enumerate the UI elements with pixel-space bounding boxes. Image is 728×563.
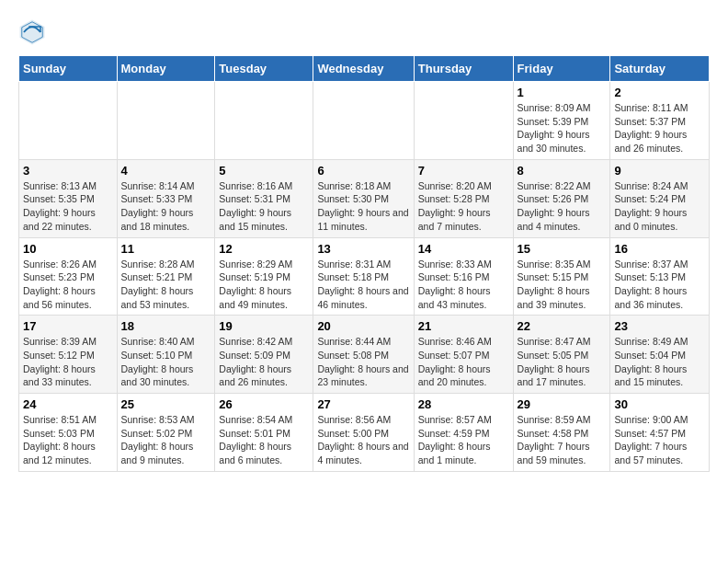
day-cell: 6Sunrise: 8:18 AM Sunset: 5:30 PM Daylig…: [313, 159, 414, 237]
day-detail: Sunrise: 8:51 AM Sunset: 5:03 PM Dayligh…: [23, 413, 113, 467]
day-cell: 7Sunrise: 8:20 AM Sunset: 5:28 PM Daylig…: [414, 159, 513, 237]
day-detail: Sunrise: 8:26 AM Sunset: 5:23 PM Dayligh…: [23, 258, 113, 312]
day-cell: 25Sunrise: 8:53 AM Sunset: 5:02 PM Dayli…: [117, 394, 215, 472]
day-detail: Sunrise: 8:49 AM Sunset: 5:04 PM Dayligh…: [614, 335, 705, 389]
logo: [18, 18, 50, 46]
day-detail: Sunrise: 8:47 AM Sunset: 5:05 PM Dayligh…: [518, 335, 607, 389]
day-detail: Sunrise: 8:33 AM Sunset: 5:16 PM Dayligh…: [418, 258, 509, 312]
day-number: 8: [518, 164, 607, 178]
day-number: 13: [317, 242, 409, 256]
day-cell: 29Sunrise: 8:59 AM Sunset: 4:58 PM Dayli…: [513, 394, 610, 472]
day-cell: 13Sunrise: 8:31 AM Sunset: 5:18 PM Dayli…: [313, 237, 414, 316]
week-row-0: 1Sunrise: 8:09 AM Sunset: 5:39 PM Daylig…: [19, 82, 710, 160]
day-number: 17: [23, 319, 113, 333]
day-cell: 12Sunrise: 8:29 AM Sunset: 5:19 PM Dayli…: [215, 237, 313, 316]
day-number: 20: [317, 319, 409, 333]
day-cell: 17Sunrise: 8:39 AM Sunset: 5:12 PM Dayli…: [19, 316, 118, 394]
day-cell: 30Sunrise: 9:00 AM Sunset: 4:57 PM Dayli…: [610, 394, 710, 472]
day-detail: Sunrise: 8:13 AM Sunset: 5:35 PM Dayligh…: [23, 179, 113, 234]
day-number: 27: [317, 397, 409, 411]
header-sunday: Sunday: [19, 56, 118, 82]
day-detail: Sunrise: 8:54 AM Sunset: 5:01 PM Dayligh…: [219, 413, 309, 467]
day-detail: Sunrise: 8:35 AM Sunset: 5:15 PM Dayligh…: [518, 258, 607, 312]
day-cell: 24Sunrise: 8:51 AM Sunset: 5:03 PM Dayli…: [19, 394, 118, 472]
day-number: 6: [317, 164, 409, 178]
day-cell: 15Sunrise: 8:35 AM Sunset: 5:15 PM Dayli…: [513, 237, 610, 316]
day-detail: Sunrise: 8:53 AM Sunset: 5:02 PM Dayligh…: [121, 413, 211, 467]
week-row-4: 24Sunrise: 8:51 AM Sunset: 5:03 PM Dayli…: [19, 394, 710, 472]
day-cell: 16Sunrise: 8:37 AM Sunset: 5:13 PM Dayli…: [610, 237, 710, 316]
week-row-1: 3Sunrise: 8:13 AM Sunset: 5:35 PM Daylig…: [19, 159, 710, 237]
day-detail: Sunrise: 9:00 AM Sunset: 4:57 PM Dayligh…: [614, 413, 705, 467]
day-number: 5: [219, 164, 309, 178]
day-cell: 10Sunrise: 8:26 AM Sunset: 5:23 PM Dayli…: [19, 237, 118, 316]
week-row-3: 17Sunrise: 8:39 AM Sunset: 5:12 PM Dayli…: [19, 316, 710, 394]
day-cell: 22Sunrise: 8:47 AM Sunset: 5:05 PM Dayli…: [513, 316, 610, 394]
day-cell: 4Sunrise: 8:14 AM Sunset: 5:33 PM Daylig…: [117, 159, 215, 237]
day-detail: Sunrise: 8:14 AM Sunset: 5:33 PM Dayligh…: [121, 179, 211, 234]
header-wednesday: Wednesday: [313, 56, 414, 82]
day-cell: 2Sunrise: 8:11 AM Sunset: 5:37 PM Daylig…: [610, 82, 710, 160]
day-detail: Sunrise: 8:31 AM Sunset: 5:18 PM Dayligh…: [317, 258, 409, 312]
day-number: 4: [121, 164, 211, 178]
week-row-2: 10Sunrise: 8:26 AM Sunset: 5:23 PM Dayli…: [19, 237, 710, 316]
day-detail: Sunrise: 8:46 AM Sunset: 5:07 PM Dayligh…: [418, 335, 509, 389]
day-detail: Sunrise: 8:56 AM Sunset: 5:00 PM Dayligh…: [317, 413, 409, 467]
day-number: 28: [418, 397, 509, 411]
day-number: 16: [614, 242, 705, 256]
day-number: 12: [219, 242, 309, 256]
day-number: 2: [614, 86, 705, 99]
day-detail: Sunrise: 8:40 AM Sunset: 5:10 PM Dayligh…: [121, 335, 211, 389]
day-cell: 3Sunrise: 8:13 AM Sunset: 5:35 PM Daylig…: [19, 159, 118, 237]
day-cell: 26Sunrise: 8:54 AM Sunset: 5:01 PM Dayli…: [215, 394, 313, 472]
day-number: 15: [518, 242, 607, 256]
header-monday: Monday: [117, 56, 215, 82]
day-detail: Sunrise: 8:39 AM Sunset: 5:12 PM Dayligh…: [23, 335, 113, 389]
day-detail: Sunrise: 8:20 AM Sunset: 5:28 PM Dayligh…: [418, 179, 509, 234]
day-detail: Sunrise: 8:28 AM Sunset: 5:21 PM Dayligh…: [121, 258, 211, 312]
day-cell: 9Sunrise: 8:24 AM Sunset: 5:24 PM Daylig…: [610, 159, 710, 237]
calendar-table: SundayMondayTuesdayWednesdayThursdayFrid…: [18, 55, 710, 472]
day-detail: Sunrise: 8:29 AM Sunset: 5:19 PM Dayligh…: [219, 258, 309, 312]
day-cell: 21Sunrise: 8:46 AM Sunset: 5:07 PM Dayli…: [414, 316, 513, 394]
day-cell: 18Sunrise: 8:40 AM Sunset: 5:10 PM Dayli…: [117, 316, 215, 394]
day-detail: Sunrise: 8:22 AM Sunset: 5:26 PM Dayligh…: [518, 179, 607, 234]
day-number: 10: [23, 242, 113, 256]
day-number: 14: [418, 242, 509, 256]
day-cell: 14Sunrise: 8:33 AM Sunset: 5:16 PM Dayli…: [414, 237, 513, 316]
day-detail: Sunrise: 8:18 AM Sunset: 5:30 PM Dayligh…: [317, 179, 409, 234]
calendar-body: 1Sunrise: 8:09 AM Sunset: 5:39 PM Daylig…: [19, 82, 710, 472]
header-friday: Friday: [513, 56, 610, 82]
day-cell: 1Sunrise: 8:09 AM Sunset: 5:39 PM Daylig…: [513, 82, 610, 160]
day-number: 18: [121, 319, 211, 333]
header-tuesday: Tuesday: [215, 56, 313, 82]
day-detail: Sunrise: 8:24 AM Sunset: 5:24 PM Dayligh…: [614, 179, 705, 234]
day-cell: [117, 82, 215, 160]
day-cell: 11Sunrise: 8:28 AM Sunset: 5:21 PM Dayli…: [117, 237, 215, 316]
day-cell: [215, 82, 313, 160]
day-detail: Sunrise: 8:42 AM Sunset: 5:09 PM Dayligh…: [219, 335, 309, 389]
day-number: 22: [518, 319, 607, 333]
day-cell: [19, 82, 118, 160]
day-number: 11: [121, 242, 211, 256]
page-header: [18, 18, 710, 46]
day-detail: Sunrise: 8:57 AM Sunset: 4:59 PM Dayligh…: [418, 413, 509, 467]
day-detail: Sunrise: 8:37 AM Sunset: 5:13 PM Dayligh…: [614, 258, 705, 312]
day-cell: 8Sunrise: 8:22 AM Sunset: 5:26 PM Daylig…: [513, 159, 610, 237]
day-number: 26: [219, 397, 309, 411]
day-detail: Sunrise: 8:09 AM Sunset: 5:39 PM Dayligh…: [518, 101, 607, 155]
day-cell: 28Sunrise: 8:57 AM Sunset: 4:59 PM Dayli…: [414, 394, 513, 472]
day-number: 21: [418, 319, 509, 333]
day-detail: Sunrise: 8:16 AM Sunset: 5:31 PM Dayligh…: [219, 179, 309, 234]
day-cell: [414, 82, 513, 160]
day-cell: 19Sunrise: 8:42 AM Sunset: 5:09 PM Dayli…: [215, 316, 313, 394]
day-cell: [313, 82, 414, 160]
day-detail: Sunrise: 8:11 AM Sunset: 5:37 PM Dayligh…: [614, 101, 705, 155]
day-detail: Sunrise: 8:59 AM Sunset: 4:58 PM Dayligh…: [518, 413, 607, 467]
day-number: 7: [418, 164, 509, 178]
day-cell: 5Sunrise: 8:16 AM Sunset: 5:31 PM Daylig…: [215, 159, 313, 237]
day-cell: 27Sunrise: 8:56 AM Sunset: 5:00 PM Dayli…: [313, 394, 414, 472]
header-thursday: Thursday: [414, 56, 513, 82]
day-number: 9: [614, 164, 705, 178]
day-number: 3: [23, 164, 113, 178]
